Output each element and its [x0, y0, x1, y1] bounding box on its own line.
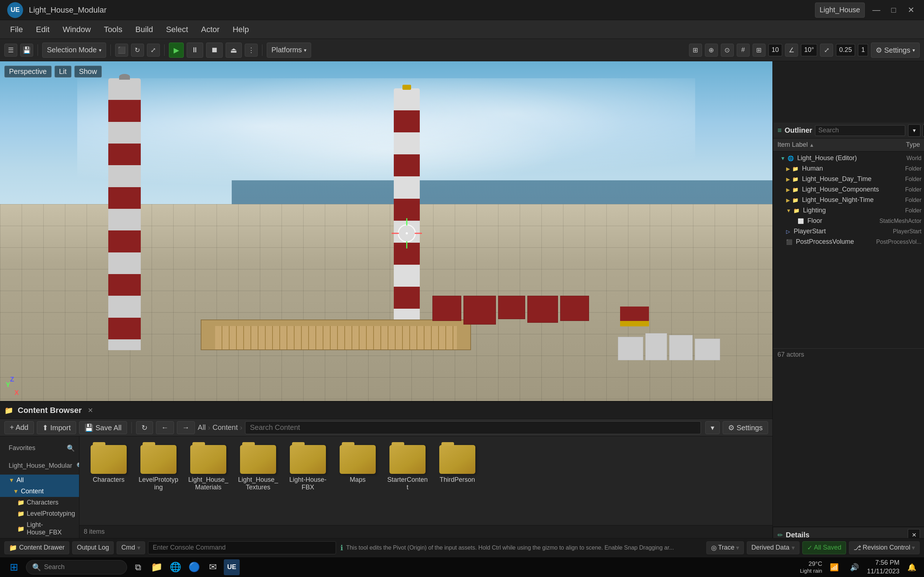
- pause-btn[interactable]: ⏸: [187, 43, 203, 58]
- taskbar-edge-btn[interactable]: 🔵: [186, 559, 202, 575]
- derived-data-btn[interactable]: Derived Data ▾: [747, 541, 800, 554]
- project-label-btn[interactable]: Light_House: [815, 3, 865, 18]
- toolbar-vp-lock[interactable]: ⊞: [689, 44, 702, 56]
- menu-build[interactable]: Build: [129, 23, 159, 36]
- menu-tools[interactable]: Tools: [98, 23, 128, 36]
- cb-add-btn[interactable]: + Add: [4, 421, 34, 434]
- taskbar-mail-btn[interactable]: ✉: [205, 559, 221, 575]
- toolbar-vp-snap[interactable]: ⊕: [705, 44, 718, 56]
- toolbar-angle-icon[interactable]: ∠: [785, 44, 798, 56]
- taskbar-chrome-btn[interactable]: 🌐: [168, 559, 183, 575]
- folder-characters[interactable]: Characters: [85, 442, 132, 494]
- folder-lh-textures[interactable]: Light_House_Textures: [234, 442, 281, 494]
- cb-forward-btn[interactable]: →: [177, 421, 195, 434]
- maximize-btn[interactable]: □: [888, 4, 900, 16]
- outliner-item-lighting[interactable]: ▼ 📁 Lighting Folder: [773, 205, 924, 216]
- transform-gizmo[interactable]: [398, 224, 416, 242]
- toolbar-save[interactable]: 💾: [20, 44, 33, 56]
- cb-tree-all[interactable]: ▼ All: [0, 475, 79, 486]
- play-btn[interactable]: ▶: [169, 43, 184, 58]
- menu-actor[interactable]: Actor: [195, 23, 225, 36]
- toolbar-vp-magnet[interactable]: ⊙: [721, 44, 734, 56]
- stop-btn[interactable]: ⏹: [206, 43, 223, 58]
- folder-startercontent[interactable]: StarterContent: [384, 442, 431, 494]
- cb-favorites-label[interactable]: Favorites: [4, 442, 40, 455]
- outliner-item-world[interactable]: ▼ 🌐 Light_House (Editor) World: [773, 153, 924, 163]
- show-btn[interactable]: Show: [74, 66, 102, 77]
- all-saved-badge[interactable]: ✓ All Saved: [802, 541, 846, 554]
- outliner-search[interactable]: [815, 125, 905, 136]
- outliner-item-daytime[interactable]: ▶ 📁 Light_House_Day_Time Folder: [773, 174, 924, 184]
- toolbar-scale-icon[interactable]: ⤢: [820, 44, 833, 56]
- cb-project-search[interactable]: 🔍: [76, 462, 79, 470]
- menu-help[interactable]: Help: [227, 23, 254, 36]
- cb-search-input[interactable]: [245, 421, 701, 434]
- close-btn[interactable]: ✕: [905, 4, 917, 16]
- taskbar-files-btn[interactable]: 📁: [149, 559, 165, 575]
- taskbar-clock[interactable]: 7:56 PM 11/11/2023: [867, 559, 900, 575]
- cb-close-btn[interactable]: ✕: [86, 406, 95, 415]
- menu-file[interactable]: File: [4, 23, 29, 36]
- outliner-filter-btn[interactable]: ▾: [908, 124, 921, 137]
- angle-btn[interactable]: 10°: [801, 44, 817, 56]
- toolbar-vp-grid[interactable]: #: [737, 44, 750, 56]
- console-input[interactable]: [148, 541, 336, 554]
- cb-refresh-btn[interactable]: ↻: [136, 421, 153, 434]
- platforms-btn[interactable]: Platforms: [267, 43, 311, 58]
- cb-tree-levelprototyping[interactable]: 📁 LevelPrototyping: [0, 508, 79, 519]
- cb-tree-characters[interactable]: 📁 Characters: [0, 497, 79, 508]
- selection-mode-btn[interactable]: Selection Mode: [42, 43, 106, 58]
- toolbar-transform-scale[interactable]: ⤢: [147, 44, 160, 56]
- folder-lh-materials[interactable]: Light_House_Materials: [185, 442, 232, 494]
- menu-window[interactable]: Window: [57, 23, 96, 36]
- toolbar-transform-rotate[interactable]: ↻: [131, 44, 144, 56]
- folder-maps[interactable]: Maps: [334, 442, 381, 494]
- perspective-btn[interactable]: Perspective: [4, 66, 52, 77]
- cb-save-all-btn[interactable]: 💾 Save All: [79, 421, 127, 434]
- toolbar-vp-ortho[interactable]: ⊞: [753, 44, 766, 56]
- outliner-settings-btn[interactable]: ⚙: [922, 124, 924, 137]
- cb-tree-fbx[interactable]: 📁 Light-House_FBX: [0, 519, 79, 538]
- cb-import-btn[interactable]: ⬆ Import: [37, 421, 76, 434]
- cb-tree-content[interactable]: ▼ Content: [0, 486, 79, 497]
- tray-volume-icon[interactable]: 🔊: [847, 559, 863, 575]
- toolbar-more[interactable]: ⋮: [245, 44, 258, 56]
- toolbar-transform-move[interactable]: ⬛: [115, 44, 128, 56]
- cmd-btn[interactable]: Cmd ▾: [116, 541, 145, 554]
- cb-filter-btn[interactable]: ▾: [705, 421, 720, 434]
- cb-project-label[interactable]: Light_House_Modular: [4, 459, 76, 472]
- cb-path-content[interactable]: Content: [213, 423, 238, 432]
- taskbar-search[interactable]: 🔍 Search: [26, 560, 127, 574]
- weather-widget[interactable]: 29°C Light rain: [800, 561, 822, 574]
- outliner-item-components[interactable]: ▶ 📁 Light_House_Components Folder: [773, 184, 924, 195]
- notification-btn[interactable]: 🔔: [904, 559, 920, 575]
- start-btn[interactable]: ⊞: [4, 559, 23, 575]
- trace-btn[interactable]: ◎ Trace ▾: [706, 541, 744, 554]
- content-drawer-btn[interactable]: 📁 Content Drawer: [4, 541, 69, 554]
- grid-size-btn[interactable]: 10: [769, 44, 782, 56]
- cb-back-btn[interactable]: ←: [156, 421, 174, 434]
- cb-favorites-search[interactable]: 🔍: [67, 444, 75, 452]
- scale-btn-2[interactable]: 1: [858, 44, 868, 56]
- minimize-btn[interactable]: —: [871, 4, 882, 16]
- outliner-item-human[interactable]: ▶ 📁 Human Folder: [773, 163, 924, 174]
- scale-btn[interactable]: 0.25: [836, 44, 855, 56]
- outliner-item-floor[interactable]: ⬜ Floor StaticMeshActor: [773, 216, 924, 226]
- menu-edit[interactable]: Edit: [30, 23, 55, 36]
- revision-control-btn[interactable]: ⎇ Revision Control ▾: [849, 541, 920, 554]
- folder-levelprototyping[interactable]: LevelPrototyping: [135, 442, 182, 494]
- taskbar-ue-btn[interactable]: UE: [224, 559, 240, 575]
- folder-lh-fbx[interactable]: Light-House-FBX: [284, 442, 331, 494]
- lit-btn[interactable]: Lit: [55, 66, 71, 77]
- cb-settings-btn[interactable]: ⚙ Settings: [723, 421, 768, 434]
- outliner-item-playerstart[interactable]: ▷ PlayerStart PlayerStart: [773, 226, 924, 237]
- menu-select[interactable]: Select: [160, 23, 194, 36]
- folder-thirdperson[interactable]: ThirdPerson: [434, 442, 481, 494]
- outliner-item-postprocess[interactable]: ⬛ PostProcessVolume PostProcessVol...: [773, 237, 924, 247]
- toolbar-hamburger[interactable]: ☰: [4, 44, 17, 56]
- taskview-btn[interactable]: ⧉: [130, 559, 146, 575]
- cb-path-all[interactable]: All: [198, 423, 206, 432]
- tray-network-icon[interactable]: 📶: [827, 559, 842, 575]
- viewport[interactable]: Perspective Lit Show X Y Z: [0, 61, 772, 401]
- outliner-item-nighttime[interactable]: ▶ 📁 Light_House_Night-Time Folder: [773, 195, 924, 205]
